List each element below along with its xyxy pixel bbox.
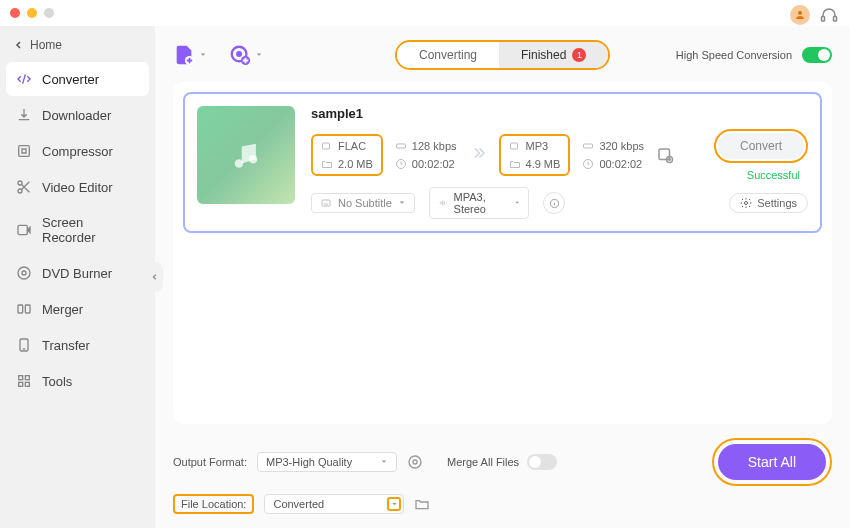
sidebar-item-video-editor[interactable]: Video Editor <box>6 170 149 204</box>
sidebar-item-dvd-burner[interactable]: DVD Burner <box>6 256 149 290</box>
tab-finished[interactable]: Finished 1 <box>499 42 608 68</box>
edit-metadata-icon[interactable] <box>656 146 674 164</box>
sidebar-item-screen-recorder[interactable]: Screen Recorder <box>6 206 149 254</box>
sidebar-collapse-button[interactable] <box>147 262 163 292</box>
tab-label: Finished <box>521 48 566 62</box>
merge-toggle[interactable] <box>527 454 557 470</box>
maximize-window-button[interactable] <box>44 8 54 18</box>
merge-label: Merge All Files <box>447 456 519 468</box>
src-duration: 00:02:02 <box>412 158 455 170</box>
nav-label: Tools <box>42 374 72 389</box>
nav-label: Compressor <box>42 144 113 159</box>
sidebar: Home Converter Downloader Compressor Vid… <box>0 26 155 528</box>
nav-label: Merger <box>42 302 83 317</box>
merger-icon <box>16 301 32 317</box>
footer-bar: Output Format: MP3-High Quality Merge Al… <box>173 424 832 486</box>
window-titlebar <box>0 0 850 26</box>
svg-point-34 <box>409 456 421 468</box>
folder-icon <box>509 158 521 170</box>
output-format-label: Output Format: <box>173 456 247 468</box>
file-location-label: File Location: <box>181 498 246 510</box>
svg-point-18 <box>237 52 241 56</box>
file-add-icon <box>173 44 195 66</box>
file-location-row: File Location: Converted <box>173 494 832 514</box>
tab-converting[interactable]: Converting <box>397 42 499 68</box>
user-avatar[interactable] <box>790 5 810 25</box>
svg-rect-28 <box>659 149 670 160</box>
hsc-label: High Speed Conversion <box>676 49 792 61</box>
sidebar-item-converter[interactable]: Converter <box>6 62 149 96</box>
status-text: Successful <box>747 169 800 181</box>
svg-point-0 <box>798 11 802 15</box>
home-back-button[interactable]: Home <box>6 34 149 56</box>
file-thumbnail <box>197 106 295 204</box>
file-location-value: Converted <box>273 498 324 510</box>
src-size: 2.0 MB <box>338 158 373 170</box>
svg-rect-25 <box>510 143 517 149</box>
user-icon <box>794 9 806 21</box>
music-note-icon <box>229 138 263 172</box>
file-location-select[interactable]: Converted <box>264 494 404 514</box>
svg-point-32 <box>745 202 748 205</box>
minimize-window-button[interactable] <box>27 8 37 18</box>
video-icon <box>321 140 333 152</box>
download-icon <box>16 107 32 123</box>
sidebar-item-transfer[interactable]: Transfer <box>6 328 149 362</box>
settings-button[interactable]: Settings <box>729 193 808 213</box>
open-folder-icon[interactable] <box>414 496 430 512</box>
hsc-toggle[interactable] <box>802 47 832 63</box>
sidebar-item-merger[interactable]: Merger <box>6 292 149 326</box>
source-format-box: FLAC 2.0 MB <box>311 134 383 176</box>
start-all-button[interactable]: Start All <box>718 444 826 480</box>
grid-icon <box>16 373 32 389</box>
sidebar-item-downloader[interactable]: Downloader <box>6 98 149 132</box>
file-location-label-highlight: File Location: <box>173 494 254 514</box>
file-card[interactable]: sample1 FLAC 2.0 MB 128 kbps 00:02:02 <box>183 92 822 233</box>
nav-label: Converter <box>42 72 99 87</box>
transfer-icon <box>16 337 32 353</box>
tab-label: Converting <box>419 48 477 62</box>
add-disc-button[interactable] <box>229 44 263 66</box>
output-format-value: MP3-High Quality <box>266 456 352 468</box>
format-settings-icon[interactable] <box>407 454 423 470</box>
video-icon <box>509 140 521 152</box>
close-window-button[interactable] <box>10 8 20 18</box>
sidebar-item-tools[interactable]: Tools <box>6 364 149 398</box>
src-bitrate: 128 kbps <box>412 140 457 152</box>
settings-label: Settings <box>757 197 797 209</box>
content-area: Converting Finished 1 High Speed Convers… <box>155 26 850 528</box>
chevron-down-icon <box>391 501 398 508</box>
info-button[interactable] <box>543 192 565 214</box>
clock-icon <box>395 158 407 170</box>
svg-rect-10 <box>25 305 30 313</box>
convert-button[interactable]: Convert <box>718 133 804 159</box>
profile-value: MPA3, Stereo <box>454 191 508 215</box>
support-icon[interactable] <box>820 6 838 24</box>
dest-format-box: MP3 4.9 MB <box>499 134 571 176</box>
svg-rect-6 <box>18 225 27 234</box>
convert-button-highlight: Convert <box>714 129 808 163</box>
nav-label: DVD Burner <box>42 266 112 281</box>
dst-size: 4.9 MB <box>526 158 561 170</box>
svg-rect-12 <box>19 376 23 380</box>
audio-profile-select[interactable]: MPA3, Stereo <box>429 187 529 219</box>
location-caret-highlight <box>387 497 401 511</box>
compressor-icon <box>16 143 32 159</box>
converter-icon <box>16 71 32 87</box>
add-file-button[interactable] <box>173 44 207 66</box>
subtitle-select[interactable]: No Subtitle <box>311 193 415 213</box>
chevron-down-icon <box>380 458 388 466</box>
subtitle-value: No Subtitle <box>338 197 392 209</box>
svg-rect-23 <box>396 144 405 148</box>
output-format-select[interactable]: MP3-High Quality <box>257 452 397 472</box>
audio-icon <box>438 197 448 209</box>
home-label: Home <box>30 38 62 52</box>
svg-rect-14 <box>19 382 23 386</box>
svg-rect-22 <box>323 143 330 149</box>
bitrate-icon <box>395 140 407 152</box>
bitrate-icon <box>582 140 594 152</box>
info-icon <box>549 198 560 209</box>
sidebar-item-compressor[interactable]: Compressor <box>6 134 149 168</box>
file-list: sample1 FLAC 2.0 MB 128 kbps 00:02:02 <box>173 82 832 424</box>
svg-rect-1 <box>822 17 825 22</box>
